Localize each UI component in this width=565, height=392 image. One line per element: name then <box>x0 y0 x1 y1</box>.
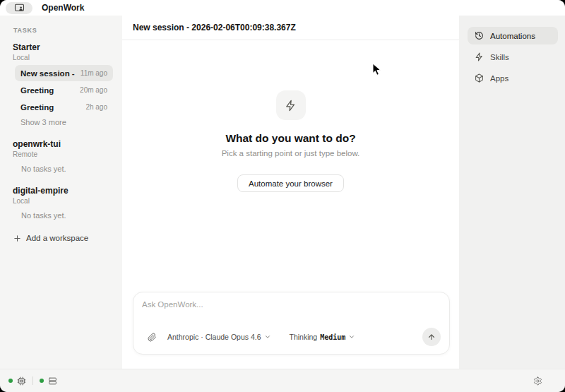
sidebar-item-label: Apps <box>490 74 509 83</box>
session-title: New session - 2026-02-06T00:09:38.367Z <box>133 23 296 32</box>
bolt-icon <box>285 100 297 112</box>
empty-state: What do you want to do? Pick a starting … <box>122 40 459 192</box>
model-selector[interactable]: Anthropic · Claude Opus 4.6 <box>167 333 271 341</box>
model-selector-value: Anthropic · Claude Opus 4.6 <box>167 333 261 341</box>
task-item-greeting-2[interactable]: Greeting 2h ago <box>15 99 113 115</box>
workspace-location: Local <box>13 54 109 61</box>
chevron-down-icon <box>348 333 355 340</box>
thinking-selector[interactable]: Thinking Medium <box>290 333 356 341</box>
task-title: Greeting <box>20 103 81 112</box>
hero-subtitle: Pick a starting point or just type below… <box>222 149 360 158</box>
composer-toolbar: Anthropic · Claude Opus 4.6 Thinking Med… <box>142 328 441 346</box>
session-header: New session - 2026-02-06T00:09:38.367Z <box>122 16 459 40</box>
server-stack-icon <box>48 376 57 386</box>
main-content: New session - 2026-02-06T00:09:38.367Z W… <box>122 16 459 369</box>
titlebar: OpenWork <box>0 0 565 16</box>
workspace-name: digital-empire <box>13 186 109 196</box>
task-timestamp: 11m ago <box>81 69 107 77</box>
thinking-label: Thinking <box>290 333 318 341</box>
task-item-new-session[interactable]: New session - 20... 11m ago <box>15 65 113 81</box>
settings-button[interactable] <box>533 376 542 386</box>
chat-input[interactable] <box>142 300 441 328</box>
add-workspace-button[interactable]: Add a workspace <box>13 234 122 242</box>
chevron-down-icon <box>264 333 271 340</box>
sidebar-item-apps[interactable]: Apps <box>468 69 558 87</box>
task-item-greeting-1[interactable]: Greeting 20m ago <box>15 82 113 98</box>
workspace-name: Starter <box>13 42 109 52</box>
tasks-section-label: TASKS <box>13 27 122 34</box>
hero-icon-tile <box>276 90 306 120</box>
task-title: Greeting <box>20 86 76 95</box>
show-more-tasks[interactable]: Show 3 more <box>20 118 122 126</box>
panels-sidebar: Automations Skills Apps <box>459 16 565 369</box>
empty-tasks-label: No tasks yet. <box>21 211 122 220</box>
history-icon <box>475 31 484 40</box>
sidebar-item-automations[interactable]: Automations <box>468 27 558 44</box>
sidebar-item-label: Skills <box>490 53 509 61</box>
paperclip-icon <box>148 333 157 342</box>
bolt-icon <box>475 52 484 61</box>
task-timestamp: 20m ago <box>80 86 107 94</box>
cpu-icon <box>17 376 26 386</box>
plus-icon <box>13 234 21 242</box>
workspace-location: Local <box>13 197 109 205</box>
send-message-button[interactable] <box>422 328 441 346</box>
screen-user-icon <box>14 4 25 12</box>
attach-file-button[interactable] <box>148 333 157 342</box>
server-status[interactable] <box>40 376 57 386</box>
hero-title: What do you want to do? <box>225 132 355 145</box>
sidebar-item-skills[interactable]: Skills <box>468 48 558 66</box>
empty-tasks-label: No tasks yet. <box>21 165 122 173</box>
app-window: OpenWork TASKS Starter Local New session… <box>0 0 565 392</box>
thinking-value: Medium <box>320 333 345 341</box>
add-workspace-label: Add a workspace <box>26 234 88 242</box>
tasks-sidebar: TASKS Starter Local New session - 20... … <box>0 16 122 369</box>
statusbar-divider <box>32 376 33 385</box>
app-title: OpenWork <box>42 3 84 13</box>
sidebar-item-label: Automations <box>490 32 535 40</box>
task-list: New session - 20... 11m ago Greeting 20m… <box>0 65 122 115</box>
arrow-up-icon <box>427 333 436 341</box>
statusbar <box>0 369 565 392</box>
workspace-location: Remote <box>13 150 109 158</box>
status-dot-green <box>8 379 13 383</box>
gear-icon <box>533 376 542 386</box>
workspace-name: openwrk-tui <box>13 139 109 149</box>
chat-composer: Anthropic · Claude Opus 4.6 Thinking Med… <box>133 292 450 355</box>
task-timestamp: 2h ago <box>85 103 107 111</box>
automate-browser-button[interactable]: Automate your browser <box>237 174 344 192</box>
workspace-switcher-button[interactable] <box>6 2 32 14</box>
status-dot-green <box>40 379 44 383</box>
cube-icon <box>475 73 484 83</box>
runtime-status[interactable] <box>8 376 26 386</box>
task-title: New session - 20... <box>20 69 76 78</box>
